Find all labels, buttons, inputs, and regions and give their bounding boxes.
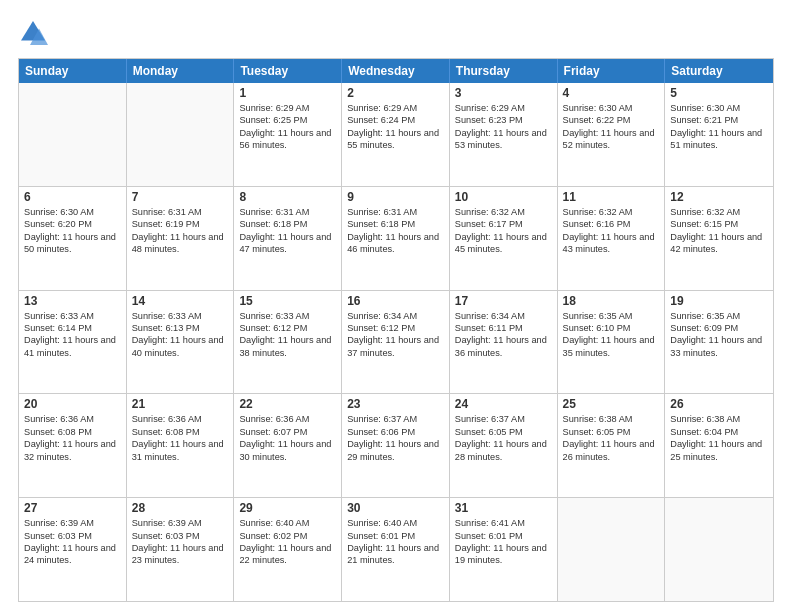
calendar-cell: 7Sunrise: 6:31 AMSunset: 6:19 PMDaylight… xyxy=(127,187,235,290)
sunrise-text: Sunrise: 6:33 AM xyxy=(132,310,229,322)
calendar-cell: 30Sunrise: 6:40 AMSunset: 6:01 PMDayligh… xyxy=(342,498,450,601)
weekday-header: Thursday xyxy=(450,59,558,83)
sunset-text: Sunset: 6:18 PM xyxy=(347,218,444,230)
calendar-cell: 22Sunrise: 6:36 AMSunset: 6:07 PMDayligh… xyxy=(234,394,342,497)
day-number: 16 xyxy=(347,294,444,308)
calendar-row: 20Sunrise: 6:36 AMSunset: 6:08 PMDayligh… xyxy=(19,393,773,497)
sunrise-text: Sunrise: 6:31 AM xyxy=(132,206,229,218)
sunset-text: Sunset: 6:10 PM xyxy=(563,322,660,334)
sunrise-text: Sunrise: 6:34 AM xyxy=(347,310,444,322)
sunrise-text: Sunrise: 6:39 AM xyxy=(132,517,229,529)
sunset-text: Sunset: 6:01 PM xyxy=(347,530,444,542)
daylight-text: Daylight: 11 hours and 47 minutes. xyxy=(239,231,336,256)
calendar-row: 6Sunrise: 6:30 AMSunset: 6:20 PMDaylight… xyxy=(19,186,773,290)
day-number: 5 xyxy=(670,86,768,100)
logo xyxy=(18,18,52,48)
calendar-row: 13Sunrise: 6:33 AMSunset: 6:14 PMDayligh… xyxy=(19,290,773,394)
calendar-cell: 17Sunrise: 6:34 AMSunset: 6:11 PMDayligh… xyxy=(450,291,558,394)
day-number: 13 xyxy=(24,294,121,308)
calendar-cell: 28Sunrise: 6:39 AMSunset: 6:03 PMDayligh… xyxy=(127,498,235,601)
sunset-text: Sunset: 6:25 PM xyxy=(239,114,336,126)
day-number: 2 xyxy=(347,86,444,100)
calendar-cell xyxy=(19,83,127,186)
calendar-cell xyxy=(558,498,666,601)
day-number: 3 xyxy=(455,86,552,100)
calendar-cell: 26Sunrise: 6:38 AMSunset: 6:04 PMDayligh… xyxy=(665,394,773,497)
sunset-text: Sunset: 6:17 PM xyxy=(455,218,552,230)
sunset-text: Sunset: 6:12 PM xyxy=(239,322,336,334)
sunset-text: Sunset: 6:22 PM xyxy=(563,114,660,126)
calendar-cell: 21Sunrise: 6:36 AMSunset: 6:08 PMDayligh… xyxy=(127,394,235,497)
sunset-text: Sunset: 6:23 PM xyxy=(455,114,552,126)
calendar-row: 1Sunrise: 6:29 AMSunset: 6:25 PMDaylight… xyxy=(19,83,773,186)
daylight-text: Daylight: 11 hours and 30 minutes. xyxy=(239,438,336,463)
daylight-text: Daylight: 11 hours and 55 minutes. xyxy=(347,127,444,152)
weekday-header: Tuesday xyxy=(234,59,342,83)
day-number: 31 xyxy=(455,501,552,515)
sunrise-text: Sunrise: 6:35 AM xyxy=(670,310,768,322)
calendar-cell: 29Sunrise: 6:40 AMSunset: 6:02 PMDayligh… xyxy=(234,498,342,601)
day-number: 26 xyxy=(670,397,768,411)
day-number: 27 xyxy=(24,501,121,515)
calendar-cell: 3Sunrise: 6:29 AMSunset: 6:23 PMDaylight… xyxy=(450,83,558,186)
sunset-text: Sunset: 6:05 PM xyxy=(563,426,660,438)
sunrise-text: Sunrise: 6:30 AM xyxy=(563,102,660,114)
calendar-cell: 2Sunrise: 6:29 AMSunset: 6:24 PMDaylight… xyxy=(342,83,450,186)
daylight-text: Daylight: 11 hours and 45 minutes. xyxy=(455,231,552,256)
day-number: 12 xyxy=(670,190,768,204)
sunset-text: Sunset: 6:05 PM xyxy=(455,426,552,438)
calendar-cell: 11Sunrise: 6:32 AMSunset: 6:16 PMDayligh… xyxy=(558,187,666,290)
day-number: 1 xyxy=(239,86,336,100)
sunrise-text: Sunrise: 6:29 AM xyxy=(239,102,336,114)
sunrise-text: Sunrise: 6:41 AM xyxy=(455,517,552,529)
calendar-cell: 24Sunrise: 6:37 AMSunset: 6:05 PMDayligh… xyxy=(450,394,558,497)
daylight-text: Daylight: 11 hours and 41 minutes. xyxy=(24,334,121,359)
sunset-text: Sunset: 6:15 PM xyxy=(670,218,768,230)
day-number: 20 xyxy=(24,397,121,411)
weekday-header: Friday xyxy=(558,59,666,83)
sunset-text: Sunset: 6:04 PM xyxy=(670,426,768,438)
daylight-text: Daylight: 11 hours and 29 minutes. xyxy=(347,438,444,463)
day-number: 10 xyxy=(455,190,552,204)
calendar-cell: 18Sunrise: 6:35 AMSunset: 6:10 PMDayligh… xyxy=(558,291,666,394)
day-number: 22 xyxy=(239,397,336,411)
sunset-text: Sunset: 6:02 PM xyxy=(239,530,336,542)
calendar-cell: 27Sunrise: 6:39 AMSunset: 6:03 PMDayligh… xyxy=(19,498,127,601)
daylight-text: Daylight: 11 hours and 37 minutes. xyxy=(347,334,444,359)
calendar-cell: 13Sunrise: 6:33 AMSunset: 6:14 PMDayligh… xyxy=(19,291,127,394)
sunrise-text: Sunrise: 6:36 AM xyxy=(132,413,229,425)
daylight-text: Daylight: 11 hours and 42 minutes. xyxy=(670,231,768,256)
sunrise-text: Sunrise: 6:38 AM xyxy=(563,413,660,425)
daylight-text: Daylight: 11 hours and 52 minutes. xyxy=(563,127,660,152)
day-number: 18 xyxy=(563,294,660,308)
day-number: 6 xyxy=(24,190,121,204)
sunrise-text: Sunrise: 6:29 AM xyxy=(455,102,552,114)
day-number: 19 xyxy=(670,294,768,308)
calendar-cell: 14Sunrise: 6:33 AMSunset: 6:13 PMDayligh… xyxy=(127,291,235,394)
daylight-text: Daylight: 11 hours and 31 minutes. xyxy=(132,438,229,463)
calendar-cell: 1Sunrise: 6:29 AMSunset: 6:25 PMDaylight… xyxy=(234,83,342,186)
day-number: 17 xyxy=(455,294,552,308)
daylight-text: Daylight: 11 hours and 23 minutes. xyxy=(132,542,229,567)
calendar-body: 1Sunrise: 6:29 AMSunset: 6:25 PMDaylight… xyxy=(19,83,773,601)
day-number: 4 xyxy=(563,86,660,100)
day-number: 9 xyxy=(347,190,444,204)
day-number: 7 xyxy=(132,190,229,204)
logo-icon xyxy=(18,18,48,48)
sunset-text: Sunset: 6:19 PM xyxy=(132,218,229,230)
daylight-text: Daylight: 11 hours and 33 minutes. xyxy=(670,334,768,359)
sunset-text: Sunset: 6:08 PM xyxy=(24,426,121,438)
sunrise-text: Sunrise: 6:31 AM xyxy=(347,206,444,218)
daylight-text: Daylight: 11 hours and 56 minutes. xyxy=(239,127,336,152)
calendar-cell: 6Sunrise: 6:30 AMSunset: 6:20 PMDaylight… xyxy=(19,187,127,290)
sunset-text: Sunset: 6:20 PM xyxy=(24,218,121,230)
daylight-text: Daylight: 11 hours and 43 minutes. xyxy=(563,231,660,256)
sunset-text: Sunset: 6:03 PM xyxy=(132,530,229,542)
sunset-text: Sunset: 6:01 PM xyxy=(455,530,552,542)
sunrise-text: Sunrise: 6:29 AM xyxy=(347,102,444,114)
calendar-cell: 15Sunrise: 6:33 AMSunset: 6:12 PMDayligh… xyxy=(234,291,342,394)
calendar-cell: 25Sunrise: 6:38 AMSunset: 6:05 PMDayligh… xyxy=(558,394,666,497)
daylight-text: Daylight: 11 hours and 53 minutes. xyxy=(455,127,552,152)
daylight-text: Daylight: 11 hours and 22 minutes. xyxy=(239,542,336,567)
sunset-text: Sunset: 6:12 PM xyxy=(347,322,444,334)
